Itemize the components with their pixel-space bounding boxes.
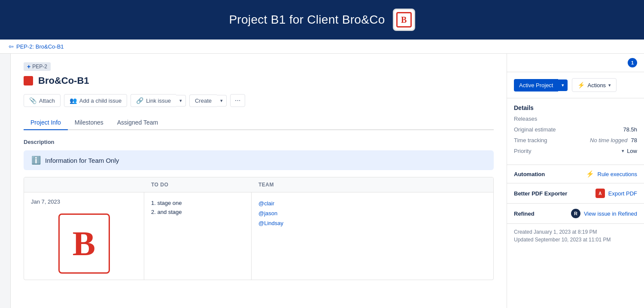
list-item: 1. stage one xyxy=(151,198,244,207)
add-child-icon: 👥 xyxy=(70,97,77,104)
breadcrumb-link[interactable]: PEP-2: Bro&Co-B1 xyxy=(16,43,64,50)
issue-color-indicator xyxy=(24,76,33,85)
create-arrow[interactable]: ▾ xyxy=(217,95,227,107)
toolbar: 📎 Attach 👥 Add a child issue 🔗 Link issu… xyxy=(24,94,494,107)
active-project-dropdown[interactable]: ▾ xyxy=(558,79,568,91)
priority-label: Priority xyxy=(514,148,531,154)
original-estimate-value: 78.5h xyxy=(623,126,637,133)
plus-icon: + xyxy=(27,63,30,70)
logo-cell: B xyxy=(31,205,137,274)
content-area: + PEP-2 Bro&Co-B1 📎 Attach 👥 xyxy=(11,54,507,308)
releases-label: Releases xyxy=(514,116,537,122)
table-body: Jan 7, 2023 B 1. stage one 2. a xyxy=(24,192,493,280)
priority-row: Priority ▾ Low xyxy=(514,148,637,154)
table-todo-cell: 1. stage one 2. and stage xyxy=(144,192,252,280)
info-banner-text: Information for Team Only xyxy=(45,157,119,164)
list-item: @clair xyxy=(258,198,486,208)
header-title: Project B1 for Client Bro&Co xyxy=(229,13,385,27)
refined-logo-icon: R xyxy=(571,209,580,218)
priority-value: Low xyxy=(627,148,637,154)
table-col-team: Team xyxy=(252,177,493,192)
info-banner: ℹ️ Information for Team Only xyxy=(24,150,494,170)
active-project-group: Active Project ▾ xyxy=(514,79,568,91)
link-issue-arrow[interactable]: ▾ xyxy=(176,95,186,107)
create-button[interactable]: Create xyxy=(189,95,217,107)
table-date: Jan 7, 2023 xyxy=(31,198,137,205)
original-estimate-row: Original estimate 78.5h xyxy=(514,126,637,133)
attach-button[interactable]: 📎 Attach xyxy=(24,94,61,107)
table-team-cell: @clair @jason @Lindsay xyxy=(252,192,493,280)
priority-value-row: ▾ Low xyxy=(622,148,637,154)
link-issue-button[interactable]: 🔗 Link issue xyxy=(131,94,176,107)
table-header: TO DO Team xyxy=(24,177,493,192)
breadcrumb-arrow-icon: ⇦ xyxy=(9,43,14,50)
tab-assigned-team[interactable]: Assigned Team xyxy=(110,116,165,130)
tab-project-info[interactable]: Project Info xyxy=(24,116,68,130)
table-date-cell: Jan 7, 2023 B xyxy=(24,192,144,280)
active-project-button[interactable]: Active Project xyxy=(514,79,558,91)
time-tracking-row: Time tracking No time logged 78 xyxy=(514,137,637,143)
link-issue-dropdown: 🔗 Link issue ▾ xyxy=(131,94,186,107)
list-item: @jason xyxy=(258,208,486,218)
list-item: @Lindsay xyxy=(258,218,486,228)
sidebar-actions-row: Active Project ▾ ⚡ Actions ▾ xyxy=(507,72,644,98)
issue-id-badge: + PEP-2 xyxy=(24,62,51,71)
issue-title-row: Bro&Co-B1 xyxy=(24,75,494,86)
actions-button[interactable]: ⚡ Actions ▾ xyxy=(572,78,617,92)
table-col-date xyxy=(24,177,144,192)
time-no-logged: No time logged xyxy=(590,137,627,143)
original-estimate-label: Original estimate xyxy=(514,126,556,133)
refined-row: Refined R View issue in Refined xyxy=(507,204,644,224)
pdf-exporter-row: Better PDF Exporter A Export PDF xyxy=(507,183,644,204)
notification-count: 1 xyxy=(628,58,637,67)
details-section: Details Releases Original estimate 78.5h… xyxy=(507,98,644,165)
dates-section: Created January 1, 2023 at 8:19 PM Updat… xyxy=(507,224,644,250)
team-list: @clair @jason @Lindsay xyxy=(258,198,486,228)
automation-row: Automation ⚡ Rule executions xyxy=(507,165,644,183)
view-in-refined-link[interactable]: View issue in Refined xyxy=(584,210,637,217)
time-right: 78 xyxy=(631,137,637,143)
todo-list: 1. stage one 2. and stage xyxy=(151,198,244,217)
left-strip xyxy=(0,54,11,308)
lightning-icon: ⚡ xyxy=(577,82,585,88)
tab-milestones[interactable]: Milestones xyxy=(68,116,110,130)
notification-badge: 1 xyxy=(628,58,637,67)
issue-id-row: + PEP-2 xyxy=(24,62,494,71)
breadcrumb: ⇦ PEP-2: Bro&Co-B1 xyxy=(0,40,644,54)
create-dropdown: Create ▾ xyxy=(189,95,227,107)
refined-label: Refined xyxy=(514,210,568,217)
pdf-exporter-label: Better PDF Exporter xyxy=(514,190,592,197)
automation-icon: ⚡ xyxy=(586,170,594,178)
logo-icon xyxy=(396,12,412,27)
list-item: 2. and stage xyxy=(151,207,244,217)
info-icon: ℹ️ xyxy=(31,156,41,165)
pdf-icon: A xyxy=(595,189,605,198)
updated-date: Updated September 10, 2023 at 11:01 PM xyxy=(514,237,637,243)
created-date: Created January 1, 2023 at 8:19 PM xyxy=(514,229,637,235)
content-table: TO DO Team Jan 7, 2023 B xyxy=(24,177,494,280)
issue-panel: + PEP-2 Bro&Co-B1 📎 Attach 👥 xyxy=(11,54,507,308)
issue-id: PEP-2 xyxy=(32,64,47,70)
sidebar-notification-row: 1 xyxy=(507,54,644,72)
issue-title: Bro&Co-B1 xyxy=(38,75,89,86)
link-icon: 🔗 xyxy=(136,97,143,104)
big-logo-letter: B xyxy=(73,226,95,261)
more-options-button[interactable]: ··· xyxy=(230,94,245,107)
page-header: Project B1 for Client Bro&Co xyxy=(0,0,644,40)
details-title: Details xyxy=(514,104,637,111)
add-child-issue-button[interactable]: 👥 Add a child issue xyxy=(64,94,127,107)
description-label: Description xyxy=(24,139,494,145)
table-col-todo: TO DO xyxy=(144,177,252,192)
time-tracking-label: Time tracking xyxy=(514,137,547,143)
rule-executions-link[interactable]: Rule executions xyxy=(598,171,638,177)
attach-icon: 📎 xyxy=(29,97,36,104)
priority-chevron-icon: ▾ xyxy=(622,148,624,154)
right-sidebar: 1 Active Project ▾ ⚡ Actions ▾ Details xyxy=(507,54,644,308)
time-tracking-values: No time logged 78 xyxy=(590,137,637,143)
big-brand-logo: B xyxy=(58,213,110,274)
brand-logo xyxy=(393,9,415,31)
tabs-bar: Project Info Milestones Assigned Team xyxy=(24,116,494,130)
automation-label: Automation xyxy=(514,171,583,177)
releases-row: Releases xyxy=(514,116,637,122)
export-pdf-link[interactable]: Export PDF xyxy=(608,190,637,197)
